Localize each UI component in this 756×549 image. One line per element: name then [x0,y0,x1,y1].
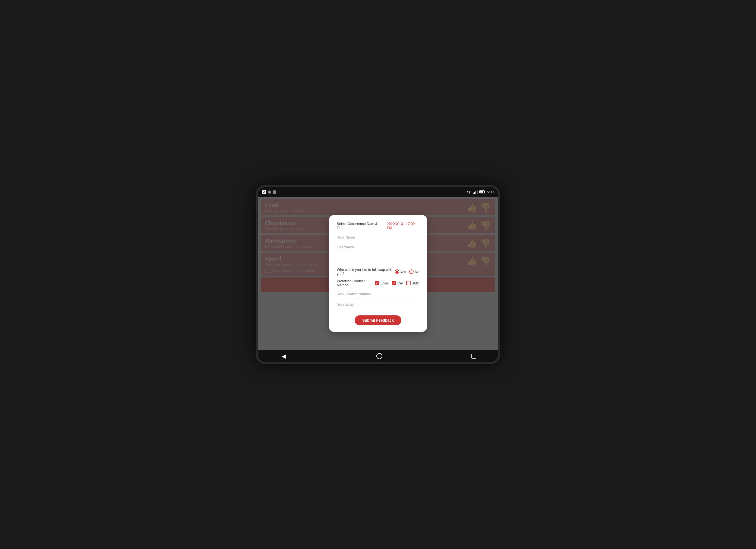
battery-icon [479,190,485,193]
modal-overlay: Select Occurrence Date & Time: 2020-01-3… [258,197,498,350]
modal-checkbox-call[interactable]: ✓ Call [392,281,403,285]
bottom-nav: ◀ [258,350,498,362]
modal-date-label: Select Occurrence Date & Time: [337,222,385,230]
radio-no-circle[interactable] [409,269,414,274]
modal-submit-button[interactable]: Submit Feedback [355,316,401,325]
modal-contact-number-input[interactable] [337,291,419,298]
status-right-icons: 5:09 [466,190,494,194]
modal-date-value[interactable]: 2020-01-31 17:09 PM [387,222,419,230]
modal-followup-row: Who would you like to followup with you?… [337,267,419,276]
tablet-frame: A [256,185,500,364]
modal-checkbox-email[interactable]: ✓ Email [375,281,389,285]
status-left-icons: A [262,190,276,194]
home-button[interactable] [376,353,382,359]
status-icon-circle [268,190,271,194]
modal-email-input[interactable] [337,301,419,308]
modal-radio-no[interactable]: No [409,269,419,274]
recents-button[interactable] [471,354,476,359]
status-bar: A [258,187,498,197]
modal-name-input[interactable] [337,233,419,241]
modal-followup-label: Who would you like to followup with you? [337,267,393,276]
status-icon-a: A [262,190,266,194]
radio-yes-circle[interactable] [395,269,399,274]
checkbox-email-label: Email [380,281,389,285]
checkbox-sms-box[interactable] [406,281,411,285]
checkbox-call-label: Call [397,281,403,285]
main-content: Food Was your food hot & fresh? 👍 👎 Clea… [258,197,498,350]
modal-radio-yes[interactable]: Yes [395,269,406,274]
radio-no-label: No [415,270,419,274]
signal-icon [473,190,478,194]
feedback-modal: Select Occurrence Date & Time: 2020-01-3… [329,215,427,332]
status-icon-square [273,190,276,194]
modal-contact-method-row: Preferred Contact Method ✓ Email ✓ Call … [337,279,419,287]
checkbox-sms-label: SMS [412,281,419,285]
modal-feedback-textarea[interactable] [337,244,419,259]
modal-date-row: Select Occurrence Date & Time: 2020-01-3… [337,222,419,230]
modal-contact-method-label: Preferred Contact Method [337,279,372,287]
back-button[interactable]: ◀ [280,352,287,360]
modal-radio-group: Yes No [395,269,419,274]
modal-checkbox-sms[interactable]: SMS [406,281,419,285]
checkbox-email-box[interactable]: ✓ [375,281,379,285]
status-time: 5:09 [487,190,494,194]
checkbox-call-box[interactable]: ✓ [392,281,396,285]
wifi-icon [466,190,471,194]
radio-yes-label: Yes [400,270,406,274]
